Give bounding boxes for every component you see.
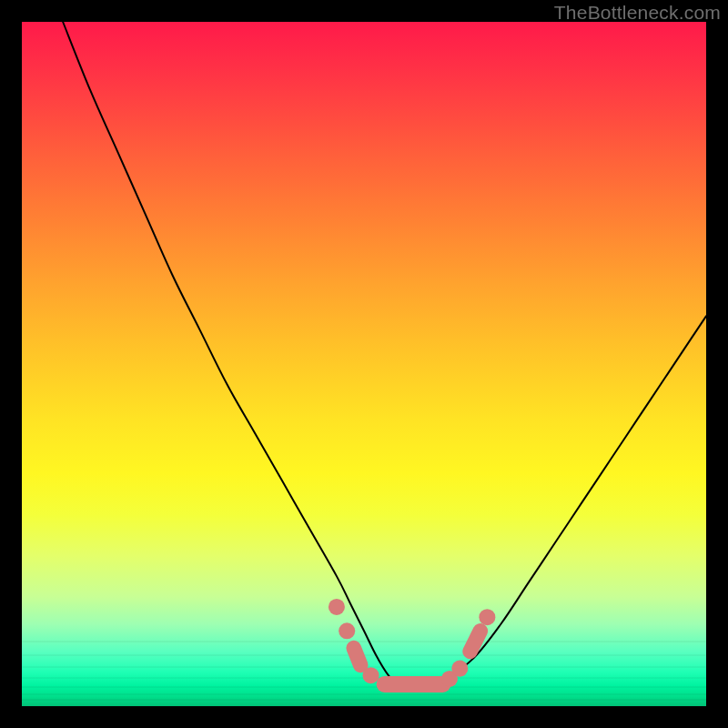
curve-marker-segment [470, 631, 480, 652]
curve-layer [63, 22, 706, 686]
outer-frame: TheBottleneck.com [0, 0, 728, 728]
bottleneck-curve [63, 22, 706, 686]
curve-marker-segment [354, 648, 361, 665]
curve-marker-dot [451, 661, 468, 677]
curve-marker-dot [339, 622, 355, 639]
watermark-text: TheBottleneck.com [554, 2, 721, 24]
curve-marker-dot [329, 599, 345, 615]
chart-svg [22, 22, 706, 706]
curve-marker-dot [362, 667, 379, 683]
marker-layer [329, 599, 495, 687]
curve-marker-dot [479, 609, 495, 625]
